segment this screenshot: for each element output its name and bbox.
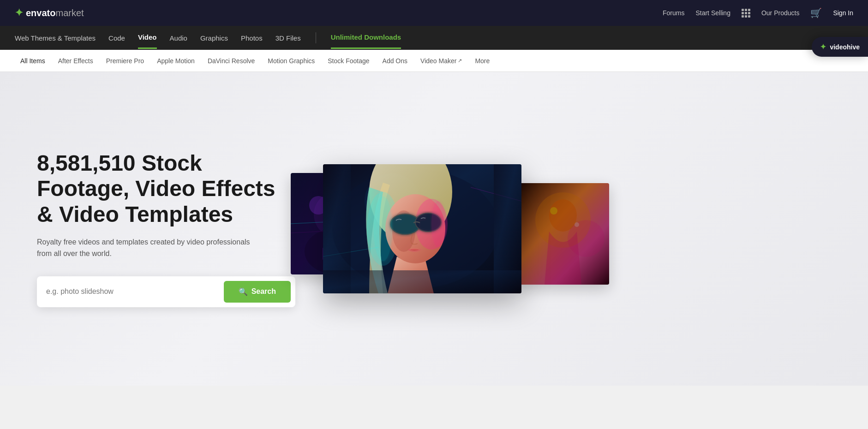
hero-image-main <box>323 164 521 293</box>
hero-content: 8,581,510 Stock Footage, Video Effects &… <box>37 150 295 307</box>
envato-logo-icon: ✦ <box>15 7 23 19</box>
nav-3d-files[interactable]: 3D Files <box>275 28 301 48</box>
svg-rect-33 <box>517 183 609 285</box>
external-link-icon: ↗ <box>458 58 462 64</box>
subnav-apple-motion[interactable]: Apple Motion <box>151 54 200 67</box>
subnav-video-maker[interactable]: Video Maker ↗ <box>415 54 467 67</box>
subnav-stock-footage[interactable]: Stock Footage <box>322 54 375 67</box>
signin-button[interactable]: Sign In <box>833 9 853 17</box>
sub-navigation: All Items After Effects Premiere Pro App… <box>0 50 868 72</box>
nav-video[interactable]: Video <box>138 27 157 49</box>
hero-title: 8,581,510 Stock Footage, Video Effects &… <box>37 150 295 227</box>
hero-images <box>295 141 840 316</box>
svg-point-20 <box>374 197 392 261</box>
search-icon: 🔍 <box>239 287 248 296</box>
nav-web-themes[interactable]: Web Themes & Templates <box>15 28 96 48</box>
subnav-motion-graphics[interactable]: Motion Graphics <box>262 54 320 67</box>
nav-separator <box>316 32 316 43</box>
subnav-add-ons[interactable]: Add Ons <box>377 54 413 67</box>
search-button[interactable]: 🔍 Search <box>224 281 291 303</box>
search-box: 🔍 Search <box>37 276 295 307</box>
products-grid-icon[interactable] <box>742 9 750 18</box>
hero-image-back-right <box>517 183 609 285</box>
subnav-davinci-resolve[interactable]: DaVinci Resolve <box>202 54 260 67</box>
nav-photos[interactable]: Photos <box>241 28 263 48</box>
nav-graphics[interactable]: Graphics <box>200 28 228 48</box>
videohive-badge[interactable]: ✦ videohive <box>812 37 868 57</box>
subnav-all-items[interactable]: All Items <box>15 54 51 67</box>
subnav-after-effects[interactable]: After Effects <box>53 54 99 67</box>
main-navigation: Web Themes & Templates Code Video Audio … <box>0 26 868 50</box>
hero-subtitle: Royalty free videos and templates create… <box>37 236 258 260</box>
subnav-more[interactable]: More <box>469 54 495 67</box>
svg-rect-26 <box>323 270 521 293</box>
svg-point-21 <box>431 201 445 247</box>
subnav-premiere-pro[interactable]: Premiere Pro <box>101 54 150 67</box>
start-selling-link[interactable]: Start Selling <box>695 9 730 17</box>
logo-text: envatomarket <box>26 8 84 18</box>
search-input[interactable] <box>46 287 224 296</box>
logo[interactable]: ✦ envatomarket <box>15 7 84 19</box>
top-nav-right: Forums Start Selling Our Products 🛒 Sign… <box>663 7 853 18</box>
top-navigation: ✦ envatomarket Forums Start Selling Our … <box>0 0 868 26</box>
nav-code[interactable]: Code <box>108 28 125 48</box>
videohive-icon: ✦ <box>820 42 826 51</box>
nav-audio[interactable]: Audio <box>170 28 187 48</box>
videohive-label: videohive <box>830 43 860 51</box>
cart-icon[interactable]: 🛒 <box>810 7 822 18</box>
nav-unlimited-downloads[interactable]: Unlimited Downloads <box>331 27 401 49</box>
hero-section: 8,581,510 Stock Footage, Video Effects &… <box>0 72 868 386</box>
forums-link[interactable]: Forums <box>663 9 684 17</box>
our-products-link[interactable]: Our Products <box>761 9 799 17</box>
